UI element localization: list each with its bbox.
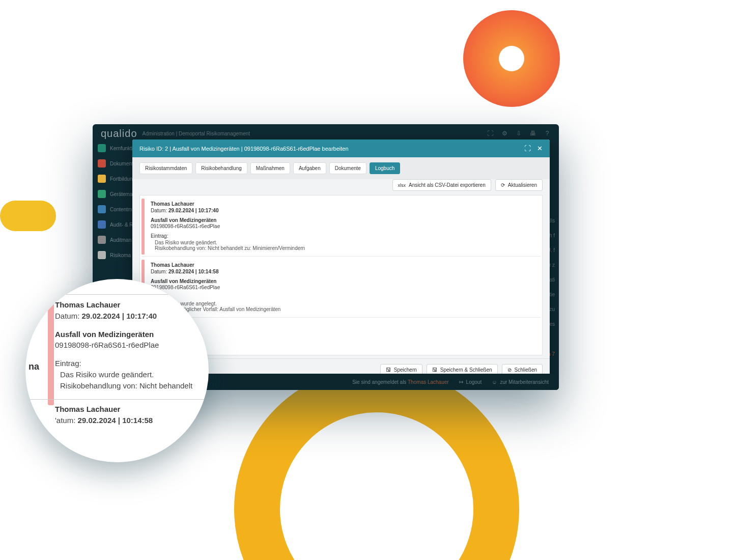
sidebar-icon [98,159,106,167]
lens-date: Datum: 29.02.2024 | 10:17:40 [55,311,209,322]
log-entry: Thomas Lachauer Datum: 29.02.2024 | 10:1… [142,197,541,257]
log-entry: Thomas Lachauer Datum: 29.02.2024 | 10:1… [142,258,541,318]
tabbar: RisikostammdatenRisikobehandlungMaßnahme… [132,157,550,179]
close-icon[interactable]: ✕ [537,145,543,152]
entry-user: Thomas Lachauer [151,201,535,207]
tab-logbuch[interactable]: Logbuch [370,162,400,174]
download-icon[interactable]: ⇩ [515,130,522,137]
tab-maßnahmen[interactable]: Maßnahmen [250,162,290,174]
lens-date2: 'atum: 29.02.2024 | 10:14:58 [55,415,209,426]
sidebar-icon [98,175,106,183]
refresh-button[interactable]: ⟳ Aktualisieren [495,179,543,191]
sidebar-icon [98,236,106,244]
lens-body2: Risikobehandlung von: Nicht behandelt [55,380,209,391]
tab-aufgaben[interactable]: Aufgaben [293,162,326,174]
fullscreen-icon[interactable]: ⛶ [524,145,531,152]
switch-view-link[interactable]: ☺zur Mitarbeiteransicht [492,379,549,385]
entry-body: Das Risiko wurde geändert.Risikobehandlu… [151,240,535,251]
tab-risikostammdaten[interactable]: Risikostammdaten [139,162,192,174]
logged-in-label: Sie sind angemeldet als [352,379,406,385]
sidebar-icon [98,205,106,213]
lens-body1: Das Risiko wurde geändert. [55,369,209,380]
entry-label: Eintrag: [151,233,535,239]
sidebar-label: Auditman [110,237,131,243]
modal-header: Risiko ID: 2 | Ausfall von Medizingeräte… [132,139,550,157]
lens-fragment: na [29,361,39,372]
save-icon: 🖫 [432,367,437,373]
sidebar-label: Gerätema [110,191,132,197]
save-icon: 🖫 [386,367,391,373]
close-circle-icon: ⊘ [507,367,512,373]
tab-risikobehandlung[interactable]: Risikobehandlung [195,162,247,174]
sidebar-label: Audit- & R [110,222,133,228]
decorative-pill [0,201,56,231]
user-link[interactable]: Thomas Lachauer [408,379,449,385]
logout-link[interactable]: ↦Logout [459,379,482,385]
entry-date: Datum: 29.02.2024 | 10:17:40 [151,208,535,213]
lens-title: Ausfall von Medizingeräten [55,329,209,340]
entry-date: Datum: 29.02.2024 | 10:14:58 [151,269,535,274]
sidebar-label: Fortbildun [110,176,132,182]
header-subtitle: Administration | Demoportal Risikomanage… [143,131,250,136]
user-icon: ☺ [492,379,497,385]
export-csv-button[interactable]: xlsx Ansicht als CSV-Datei exportieren [392,179,491,191]
print-icon[interactable]: 🖶 [529,130,536,137]
lens-entry-label: Eintrag: [55,358,209,369]
expand-icon[interactable]: ⛶ [487,130,494,137]
lens-user2: Thomas Lachauer [55,404,209,415]
help-icon[interactable]: ? [544,130,551,137]
logo: qualido [101,128,137,139]
entry-color-bar [48,303,54,405]
sidebar-icon [98,144,106,152]
decorative-circle [463,10,560,107]
sidebar-label: Kernfunkti [110,146,133,151]
gear-icon[interactable]: ⚙ [501,130,508,137]
sidebar-icon [98,251,106,259]
refresh-icon: ⟳ [501,182,505,188]
entry-body: Das Risiko wurde angelegt.Szenario - mög… [151,301,535,312]
sidebar-label: Risikoma [110,253,131,258]
magnifier-lens: Thomas Lachauer Datum: 29.02.2024 | 10:1… [25,279,209,462]
entry-title: Ausfall von Medizingeräten [151,278,535,284]
entry-id: 09198098-r6Ra6S61-r6edPlae [151,285,535,290]
sidebar-icon [98,220,106,229]
sidebar-label: Dokument [110,161,133,166]
xlsx-icon: xlsx [398,183,406,188]
entry-user: Thomas Lachauer [151,262,535,268]
lens-id: 09198098-r6Ra6S61-r6edPlae [55,340,209,351]
decorative-ring [234,367,519,560]
modal-title: Risiko ID: 2 | Ausfall von Medizingeräte… [139,146,349,152]
logout-icon: ↦ [459,379,463,385]
entry-label: Eintrag: [151,294,535,300]
entry-id: 09198098-r6Ra6S61-r6edPlae [151,223,535,229]
sidebar-icon [98,190,106,198]
entry-title: Ausfall von Medizingeräten [151,217,535,223]
sidebar-label: Contentm [110,207,132,212]
tab-dokumente[interactable]: Dokumente [329,162,366,174]
